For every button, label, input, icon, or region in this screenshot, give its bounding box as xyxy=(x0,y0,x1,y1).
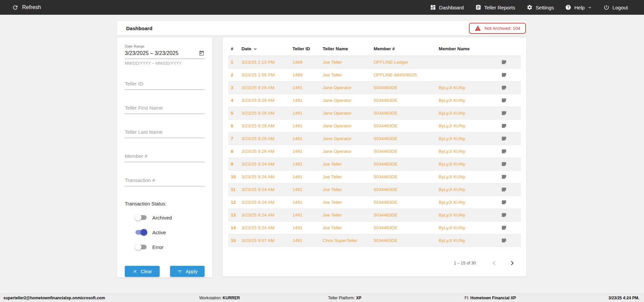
note-icon[interactable] xyxy=(501,212,507,218)
table-row[interactable]: 7 3/23/25 9:29 AM 1491 Jane Operator 503… xyxy=(228,132,521,145)
table-row[interactable]: 6 3/23/25 9:29 AM 1491 Jane Operator 503… xyxy=(228,120,521,132)
row-teller-name: Joe Teller xyxy=(320,158,371,171)
refresh-label: Refresh xyxy=(22,4,41,10)
help-icon xyxy=(565,4,571,10)
note-icon[interactable] xyxy=(501,161,507,167)
note-icon[interactable] xyxy=(501,174,507,180)
col-header-date[interactable]: Date xyxy=(239,42,290,56)
nav-help[interactable]: Help xyxy=(565,4,592,10)
note-icon[interactable] xyxy=(501,136,507,141)
table-row[interactable]: 5 3/23/25 9:29 AM 1491 Jane Operator 503… xyxy=(228,107,521,120)
table-row[interactable]: 1 3/23/25 2:13 PM 1489 Joe Teller OFFLIN… xyxy=(228,56,521,69)
table-row[interactable]: 11 3/23/25 9:24 AM 1491 Joe Teller 50344… xyxy=(228,183,521,196)
row-teller-name: Joe Teller xyxy=(320,183,371,196)
note-icon[interactable] xyxy=(501,199,507,205)
not-archived-badge[interactable]: Not Archived: 104 xyxy=(469,23,526,34)
row-num: 10 xyxy=(228,171,239,183)
note-icon[interactable] xyxy=(501,225,507,231)
close-icon xyxy=(132,269,138,274)
nav-dashboard[interactable]: Dashboard xyxy=(430,4,464,10)
note-icon[interactable] xyxy=(501,98,507,103)
error-toggle-label[interactable]: Error xyxy=(152,244,163,250)
row-note-cell xyxy=(497,94,521,107)
row-note-cell xyxy=(497,145,521,158)
row-note-cell xyxy=(497,107,521,120)
row-note-cell xyxy=(497,234,521,247)
archived-toggle[interactable] xyxy=(135,214,147,221)
table-row[interactable]: 4 3/23/25 9:29 AM 1491 Jane Operator 503… xyxy=(228,94,521,107)
row-teller-name: Joe Teller xyxy=(320,69,371,81)
col-header-teller-id[interactable]: Teller ID xyxy=(290,42,320,56)
error-toggle[interactable] xyxy=(135,244,147,250)
date-range-label: Date Range xyxy=(125,44,205,48)
teller-first-name-input[interactable] xyxy=(125,104,205,114)
col-header-num[interactable]: # xyxy=(228,42,239,56)
row-member-name xyxy=(436,56,497,69)
row-note-cell xyxy=(497,69,521,81)
row-teller-id: 1489 xyxy=(290,56,320,69)
active-toggle[interactable] xyxy=(135,229,147,236)
table-row[interactable]: 8 3/23/25 9:29 AM 1491 Jane Operator 503… xyxy=(228,145,521,158)
note-icon[interactable] xyxy=(501,72,507,78)
refresh-button[interactable]: Refresh xyxy=(0,4,41,11)
table-row[interactable]: 14 3/23/25 9:24 AM 1491 Joe Teller 50344… xyxy=(228,222,521,234)
teller-last-name-input[interactable] xyxy=(125,128,205,138)
col-header-member-num[interactable]: Member # xyxy=(371,42,436,56)
note-icon[interactable] xyxy=(501,85,507,90)
platform-value: XP xyxy=(356,296,361,300)
row-note-cell xyxy=(497,158,521,171)
row-date: 3/23/25 9:24 AM xyxy=(239,171,290,183)
apply-button[interactable]: Apply xyxy=(170,266,205,277)
row-member-name: ByLyJI KUNy xyxy=(436,107,497,120)
chevron-left-icon xyxy=(490,259,498,267)
row-date: 3/23/25 9:07 AM xyxy=(239,234,290,247)
sort-descending-icon xyxy=(253,47,258,51)
nav-settings[interactable]: Settings xyxy=(527,4,554,10)
nav-logout[interactable]: Logout xyxy=(603,4,628,10)
row-member-num: 5034463DE xyxy=(371,145,436,158)
logged-in-user: superteller2@hometownfinancialxp.onmicro… xyxy=(3,294,105,302)
archived-toggle-label[interactable]: Archived xyxy=(152,215,172,221)
transaction-number-input[interactable] xyxy=(125,176,205,186)
fi-value: Hometown Financial XP xyxy=(470,296,516,300)
note-icon[interactable] xyxy=(501,59,507,65)
calendar-icon[interactable] xyxy=(199,50,205,56)
table-row[interactable]: 2 3/23/25 1:05 PM 1489 Joe Teller OFFLIN… xyxy=(228,69,521,81)
note-icon[interactable] xyxy=(501,148,507,154)
date-range-field[interactable]: 3/23/2025 – 3/23/2025 xyxy=(125,48,205,59)
row-member-num: OFFLINE-684506025 xyxy=(371,69,436,81)
toggle-row-archived: Archived xyxy=(135,214,205,221)
note-icon[interactable] xyxy=(501,123,507,129)
table-row[interactable]: 13 3/23/25 9:24 AM 1491 Joe Teller 50344… xyxy=(228,209,521,222)
row-note-cell xyxy=(497,132,521,145)
row-date: 3/23/25 9:29 AM xyxy=(239,81,290,94)
filter-buttons: Clear Apply xyxy=(125,266,205,277)
note-icon[interactable] xyxy=(501,187,507,192)
financial-institution-info: FI: Hometown Financial XP xyxy=(465,294,516,302)
row-member-name: ByLyJI KUNy xyxy=(436,171,497,183)
row-teller-name: Jane Operator xyxy=(320,145,371,158)
clear-button[interactable]: Clear xyxy=(125,266,160,277)
status-bar: superteller2@hometownfinancialxp.onmicro… xyxy=(0,294,644,302)
member-number-input[interactable] xyxy=(125,152,205,162)
note-icon[interactable] xyxy=(501,238,507,243)
table-row[interactable]: 9 3/23/25 9:24 AM 1491 Joe Teller 503446… xyxy=(228,158,521,171)
table-row[interactable]: 3 3/23/25 9:29 AM 1491 Jane Operator 503… xyxy=(228,81,521,94)
previous-page-button[interactable] xyxy=(489,258,499,268)
teller-id-input[interactable] xyxy=(125,79,205,90)
col-header-note xyxy=(497,42,521,56)
col-header-teller-name[interactable]: Teller Name xyxy=(320,42,371,56)
col-header-member-name[interactable]: Member Name xyxy=(436,42,497,56)
table-row[interactable]: 12 3/23/25 9:24 AM 1491 Joe Teller 50344… xyxy=(228,196,521,209)
nav-teller-reports[interactable]: Teller Reports xyxy=(475,4,516,10)
row-note-cell xyxy=(497,81,521,94)
table-row[interactable]: 10 3/23/25 9:24 AM 1491 Joe Teller 50344… xyxy=(228,171,521,183)
col-header-date-label: Date xyxy=(241,46,251,51)
active-toggle-label[interactable]: Active xyxy=(152,230,166,235)
row-member-num: 5034463DE xyxy=(371,132,436,145)
top-navbar: Refresh Dashboard Teller Reports Setting… xyxy=(0,0,644,15)
note-icon[interactable] xyxy=(501,110,507,116)
table-row[interactable]: 15 3/23/25 9:07 AM 1491 Chris SuperTelle… xyxy=(228,234,521,247)
next-page-button[interactable] xyxy=(507,258,517,268)
row-member-num: 5034463DE xyxy=(371,107,436,120)
